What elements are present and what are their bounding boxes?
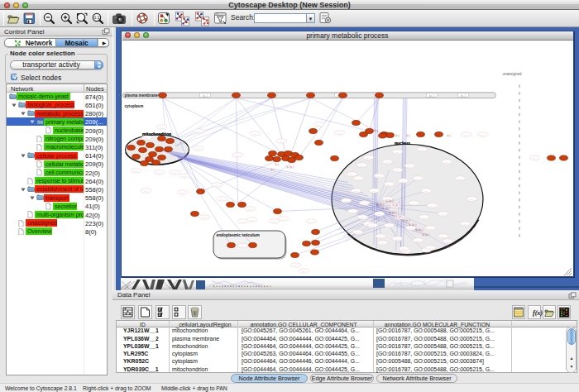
svg-text:(x..): (x..) xyxy=(441,213,444,214)
svg-text:(x..): (x..) xyxy=(281,218,285,219)
svg-text:(x..)(x..): (x..)(x..) xyxy=(376,202,384,205)
svg-text:(x..): (x..) xyxy=(241,220,244,222)
svg-text:(x..): (x..) xyxy=(428,246,432,248)
svg-text:(x..): (x..) xyxy=(420,148,423,150)
svg-text:(x..): (x..) xyxy=(241,245,244,246)
svg-text:(x...): (x...) xyxy=(461,93,466,97)
svg-text:(x...): (x...) xyxy=(429,93,434,97)
svg-text:(x..): (x..) xyxy=(220,198,223,199)
svg-text:(x..): (x..) xyxy=(422,216,425,218)
svg-text:(x..): (x..) xyxy=(183,174,186,176)
svg-text:(x..): (x..) xyxy=(412,202,415,203)
svg-text:(x..): (x..) xyxy=(344,199,347,201)
svg-text:(x..): (x..) xyxy=(430,204,433,206)
svg-text:(x..): (x..) xyxy=(134,170,137,171)
svg-text:(x..): (x..) xyxy=(387,224,390,226)
svg-text:(x..)(x..): (x..)(x..) xyxy=(395,214,403,218)
svg-text:(x..): (x..) xyxy=(533,157,536,159)
svg-text:(x..): (x..) xyxy=(248,208,251,209)
svg-text:(x..): (x..) xyxy=(203,216,206,218)
svg-text:(x..): (x..) xyxy=(372,189,376,191)
svg-text:(x..): (x..) xyxy=(337,131,341,133)
svg-text:(x..): (x..) xyxy=(356,231,359,232)
svg-text:(x..)(x..): (x..)(x..) xyxy=(286,165,294,168)
svg-text:(x..): (x..) xyxy=(362,202,366,203)
svg-text:(x..): (x..) xyxy=(402,247,405,249)
svg-text:(x..): (x..) xyxy=(406,133,410,136)
svg-text:(x..): (x..) xyxy=(409,227,412,228)
svg-text:(x..): (x..) xyxy=(360,164,363,165)
svg-text:(x..)(x..): (x..)(x..) xyxy=(382,206,390,209)
svg-text:(x..): (x..) xyxy=(253,132,256,134)
svg-text:(x..)(x..): (x..)(x..) xyxy=(402,218,409,222)
svg-text:(x..): (x..) xyxy=(157,171,160,173)
svg-text:(x..)(x..): (x..)(x..) xyxy=(392,203,400,206)
svg-text:(x..): (x..) xyxy=(366,156,370,158)
svg-text:(x..): (x..) xyxy=(236,154,239,155)
svg-text:(x..): (x..) xyxy=(463,222,467,224)
svg-text:(x..): (x..) xyxy=(447,133,451,136)
svg-text:(x..): (x..) xyxy=(270,167,275,170)
svg-text:(x..): (x..) xyxy=(464,133,467,135)
svg-text:(x..): (x..) xyxy=(145,136,148,138)
svg-text:(x..): (x..) xyxy=(385,160,389,162)
svg-text:(x..): (x..) xyxy=(196,147,199,149)
svg-text:(x..)(x..): (x..)(x..) xyxy=(409,222,416,226)
svg-text:endoplasmic reticulum: endoplasmic reticulum xyxy=(216,232,259,237)
svg-text:(x..): (x..) xyxy=(387,183,390,184)
svg-text:(x..): (x..) xyxy=(180,191,184,193)
svg-text:(x..)(x..): (x..)(x..) xyxy=(422,232,429,236)
svg-text:(x..): (x..) xyxy=(291,160,295,163)
svg-text:nucleus: nucleus xyxy=(395,141,410,146)
svg-text:(x..): (x..) xyxy=(395,133,400,136)
svg-text:(x..): (x..) xyxy=(294,264,297,265)
svg-text:(x..): (x..) xyxy=(379,235,382,237)
svg-text:1:1: 1:1 xyxy=(94,16,100,20)
svg-text:(x..): (x..) xyxy=(173,171,176,173)
svg-text:(x..): (x..) xyxy=(395,151,399,152)
svg-text:(x..): (x..) xyxy=(160,126,163,127)
svg-text:(x..): (x..) xyxy=(441,235,444,237)
svg-text:(x..)(x..): (x..)(x..) xyxy=(389,210,396,213)
svg-text:(x..): (x..) xyxy=(428,227,432,228)
svg-text:(x..)(x..): (x..)(x..) xyxy=(415,227,423,231)
svg-text:(x..): (x..) xyxy=(377,213,380,214)
svg-text:(x..): (x..) xyxy=(356,177,360,179)
svg-text:(x..): (x..) xyxy=(446,240,449,241)
svg-text:(x..): (x..) xyxy=(354,189,357,191)
svg-text:(x..): (x..) xyxy=(408,165,411,166)
svg-text:mitochondrion: mitochondrion xyxy=(142,131,171,136)
svg-text:(x..): (x..) xyxy=(351,210,354,212)
svg-text:(x..): (x..) xyxy=(361,216,364,218)
svg-text:(x..): (x..) xyxy=(458,177,462,179)
svg-text:(x..): (x..) xyxy=(317,123,320,125)
svg-text:(x..): (x..) xyxy=(401,179,404,181)
svg-text:(x..): (x..) xyxy=(416,239,419,241)
svg-text:(x..): (x..) xyxy=(424,189,428,191)
svg-text:(x..): (x..) xyxy=(374,128,378,131)
svg-text:(x..): (x..) xyxy=(395,237,399,239)
svg-text:(x..): (x..) xyxy=(302,270,305,271)
svg-text:(x..): (x..) xyxy=(416,177,419,179)
svg-text:(x..): (x..) xyxy=(350,173,353,174)
svg-text:(x..): (x..) xyxy=(197,130,200,131)
svg-text:(x..): (x..) xyxy=(445,160,448,162)
svg-text:(x..): (x..) xyxy=(280,140,283,141)
svg-text:f(x): f(x) xyxy=(533,309,543,317)
svg-text:cytoplasm: cytoplasm xyxy=(124,104,143,108)
svg-text:(x..)(x..): (x..)(x..) xyxy=(385,198,393,202)
svg-text:(x...): (x...) xyxy=(203,93,208,97)
svg-text:(x..): (x..) xyxy=(377,174,380,176)
svg-text:(x..): (x..) xyxy=(481,133,484,135)
svg-text:(x..): (x..) xyxy=(215,184,218,185)
svg-text:(x..): (x..) xyxy=(309,220,313,222)
svg-text:plasma membrane: plasma membrane xyxy=(124,93,158,98)
svg-text:(x..): (x..) xyxy=(470,198,473,199)
svg-text:(x..): (x..) xyxy=(272,220,275,222)
svg-text:(x..): (x..) xyxy=(395,169,399,170)
svg-text:(x..): (x..) xyxy=(380,241,384,243)
svg-text:(x..): (x..) xyxy=(144,189,147,191)
svg-text:(x..): (x..) xyxy=(275,162,279,165)
svg-text:unassigned: unassigned xyxy=(502,71,522,75)
svg-text:(x..): (x..) xyxy=(250,218,253,220)
